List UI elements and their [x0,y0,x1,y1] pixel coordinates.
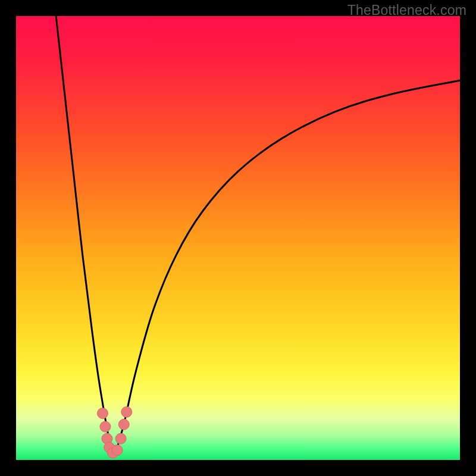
highlight-dot [97,408,108,419]
plot-area [16,16,460,460]
highlight-dot [118,419,129,430]
highlight-dot [112,445,123,456]
highlight-dot [115,433,126,444]
highlight-dot [121,406,132,417]
highlight-dot [100,421,111,432]
bottleneck-chart [16,16,460,460]
outer-frame: TheBottleneck.com [0,0,476,476]
gradient-background [16,16,460,460]
